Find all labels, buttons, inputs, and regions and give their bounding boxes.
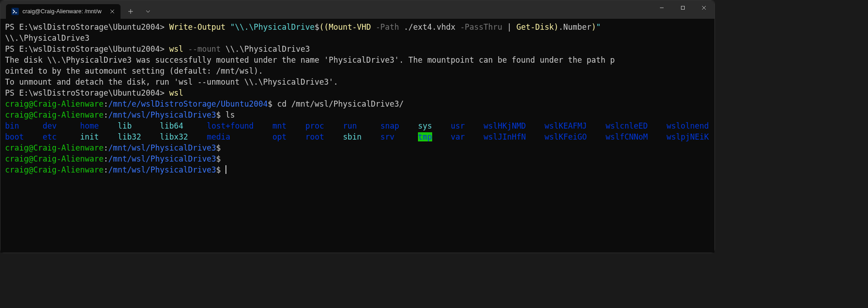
ls-row: boot etc init lib32 libx32 media opt roo… — [5, 132, 709, 141]
output-line: ointed to by the automount setting (defa… — [5, 66, 263, 76]
colon: : — [104, 165, 108, 174]
tab-close-button[interactable] — [109, 8, 116, 15]
ls-entry: bin — [5, 121, 19, 130]
ls-entry: opt — [273, 132, 287, 141]
tab-dropdown-button[interactable] — [141, 4, 155, 19]
ls-entry: run — [343, 121, 357, 130]
ls-entry: boot — [5, 132, 24, 141]
terminal-window: craig@Craig-Alienware: /mnt/w — [0, 0, 715, 253]
cursor — [225, 165, 226, 174]
bash-user: craig@Craig-Alienware — [5, 165, 104, 174]
ps-prompt: PS E:\wslDistroStorage\Ubuntu2004> — [5, 44, 169, 54]
ls-entry: wslpjNEiK — [667, 132, 709, 141]
ls-entry: media — [207, 132, 230, 141]
ls-entry: libx32 — [160, 132, 188, 141]
ls-entry: srv — [380, 132, 395, 141]
cmd-cd: cd /mnt/wsl/PhysicalDrive3/ — [272, 99, 404, 108]
dollar: $ — [268, 99, 272, 108]
ls-entry: lib — [118, 121, 132, 130]
ls-entry: sys — [418, 121, 432, 130]
ls-entry: mnt — [273, 121, 287, 130]
ps-prompt: PS E:\wslDistroStorage\Ubuntu2004> — [5, 22, 169, 32]
bash-user: craig@Craig-Alienware — [5, 154, 104, 163]
dollar: $ — [315, 22, 319, 32]
flag-mount: --mount — [183, 44, 221, 54]
minimize-button[interactable] — [651, 0, 672, 15]
ls-entry: sbin — [343, 132, 362, 141]
ls-row: bin dev home lib lib64 lost+found mnt pr… — [5, 121, 709, 130]
tab-active[interactable]: craig@Craig-Alienware: /mnt/w — [6, 4, 121, 19]
string-open: "\\.\PhysicalDrive — [225, 22, 314, 32]
cmd-mount-vhd: Mount-VHD — [329, 22, 371, 32]
ls-entry: lib64 — [160, 121, 183, 130]
dollar: $ — [216, 110, 221, 119]
ls-entry: root — [305, 132, 324, 141]
string-close: " — [596, 22, 601, 32]
output-line: To unmount and detach the disk, run 'wsl… — [5, 77, 338, 86]
ps-prompt: PS E:\wslDistroStorage\Ubuntu2004> — [5, 88, 169, 97]
ls-entry: wslHKjNMD — [483, 121, 526, 130]
cmd-wsl: wsl — [169, 44, 183, 54]
ls-entry: wslKEAFMJ — [544, 121, 587, 130]
terminal-output[interactable]: PS E:\wslDistroStorage\Ubuntu2004> Write… — [0, 19, 714, 253]
paren-close1: ) — [554, 22, 559, 32]
bash-path: /mnt/wsl/PhysicalDrive3 — [108, 143, 216, 152]
bash-user: craig@Craig-Alienware — [5, 99, 104, 108]
ls-entry: dev — [43, 121, 57, 130]
titlebar: craig@Craig-Alienware: /mnt/w — [0, 0, 714, 19]
prop-number: .Number — [559, 22, 592, 32]
colon: : — [104, 99, 108, 108]
ls-entry: init — [80, 132, 99, 141]
tab-title: craig@Craig-Alienware: /mnt/w — [22, 8, 105, 15]
colon: : — [104, 110, 108, 119]
flag-passthru: -PassThru — [456, 22, 502, 32]
ls-entry: etc — [43, 132, 57, 141]
dollar: $ — [216, 165, 221, 174]
cmd-write-output: Write-Output — [169, 22, 225, 32]
cmd-get-disk: Get-Disk — [516, 22, 554, 32]
paren-close2: ) — [592, 22, 596, 32]
ls-entry: wslKFeiGO — [544, 132, 587, 141]
ls-entry: lib32 — [118, 132, 141, 141]
ls-entry: var — [451, 132, 465, 141]
ls-entry: lost+found — [207, 121, 253, 130]
powershell-icon — [11, 8, 19, 15]
arg-drive: \\.\PhysicalDrive3 — [221, 44, 310, 54]
ls-entry: wslJInHfN — [483, 132, 526, 141]
tab-strip: craig@Craig-Alienware: /mnt/w — [0, 0, 155, 19]
ls-entry: home — [80, 121, 99, 130]
flag-path: -Path — [371, 22, 399, 32]
ls-entry: wslfCNNoM — [605, 132, 648, 141]
bash-path: /mnt/wsl/PhysicalDrive3 — [108, 110, 216, 119]
bash-user: craig@Craig-Alienware — [5, 143, 104, 152]
ls-entry: usr — [451, 121, 465, 130]
colon: : — [104, 154, 108, 163]
cmd-wsl: wsl — [169, 88, 183, 97]
colon: : — [104, 143, 108, 152]
bash-path: /mnt/wsl/PhysicalDrive3 — [108, 154, 216, 163]
cmd-ls: ls — [221, 110, 235, 119]
window-controls — [651, 0, 714, 15]
arg-path: ./ext4.vhdx — [399, 22, 456, 32]
ls-entry: wslolnend — [667, 121, 709, 130]
output-line: The disk \\.\PhysicalDrive3 was successf… — [5, 55, 615, 65]
close-button[interactable] — [693, 0, 714, 15]
dollar: $ — [216, 143, 221, 152]
bash-path: /mnt/e/wslDistroStorage/Ubuntu2004 — [108, 99, 268, 108]
maximize-button[interactable] — [672, 0, 693, 15]
new-tab-button[interactable] — [123, 4, 138, 19]
bash-path: /mnt/wsl/PhysicalDrive3 — [108, 165, 216, 174]
ls-entry: proc — [305, 121, 324, 130]
svg-rect-1 — [681, 6, 685, 10]
ls-entry: tmp — [418, 132, 432, 141]
ls-entry: wslcnleED — [605, 121, 648, 130]
bash-user: craig@Craig-Alienware — [5, 110, 104, 119]
pipe: | — [502, 22, 516, 32]
output-physical-drive: \\.\PhysicalDrive3 — [5, 33, 89, 43]
ls-entry: snap — [380, 121, 399, 130]
dollar: $ — [216, 154, 221, 163]
paren-open: (( — [319, 22, 329, 32]
